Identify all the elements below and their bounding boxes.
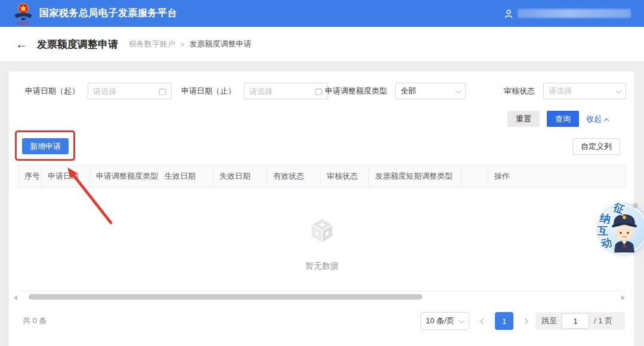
col-audit-status: 审核状态 [321,166,369,187]
next-page-button[interactable] [519,312,530,330]
empty-text: 暂无数据 [18,261,626,272]
logo-caption: 中国税务 [17,21,30,25]
scroll-left-icon[interactable] [14,295,17,300]
breadcrumb-separator: > [180,40,185,49]
tax-interaction-widget[interactable]: 征 纳 互 动 [595,202,644,260]
date-from-picker[interactable] [88,83,172,99]
page-size-value: 10 条/页 [426,316,454,326]
col-short-term-adjust-type: 发票额度短期调整类型 [369,166,462,187]
chevron-left-icon [480,318,486,324]
audit-status-select[interactable]: 请选择 [543,83,626,99]
filter-date-to: 申请日期（止） [181,83,328,99]
filter-date-from: 申请日期（起） [25,83,172,99]
col-seq: 序号 [18,166,42,187]
top-bar: 中国税务 国家税务总局电子发票服务平台 [0,0,644,27]
jump-page-input[interactable] [562,313,589,329]
filter-actions: 重置 查询 收起 [507,111,608,127]
audit-status-label: 审核状态 [504,86,535,96]
customize-columns-button[interactable]: 自定义列 [572,138,620,155]
add-application-button[interactable]: 新增申请 [22,138,69,154]
date-to-picker[interactable] [244,83,328,99]
table-bottom-border [18,291,626,291]
col-operation: 操作 [488,166,626,187]
reset-button[interactable]: 重置 [507,111,540,127]
col-expiry-date: 失效日期 [213,166,267,187]
page-header: ← 发票额度调整申请 税务数字账户 > 发票额度调整申请 [0,27,644,61]
current-page-button[interactable]: 1 [495,312,513,330]
chevron-up-icon [604,118,609,123]
breadcrumb-parent[interactable]: 税务数字账户 [129,39,175,49]
filter-adjust-type: 申请调整额度类型 全部 [325,83,466,99]
tax-emblem-logo: 中国税务 [13,2,33,25]
date-to-label: 申请日期（止） [181,86,236,96]
empty-box-icon [307,217,337,245]
scrollbar-thumb[interactable] [29,294,422,300]
chevron-down-icon [616,88,622,93]
page-jumper: 跳至 / 1 页 [535,312,625,330]
date-from-label: 申请日期（起） [25,86,79,96]
page-title: 发票额度调整申请 [37,38,118,51]
filter-audit-status: 审核状态 请选择 [504,83,626,99]
date-from-input[interactable] [93,87,159,96]
user-name-redacted [518,9,631,18]
date-to-input[interactable] [249,87,315,96]
scroll-right-icon[interactable] [621,295,625,300]
col-apply-date: 申请日期 [42,166,90,187]
chevron-down-icon [459,317,465,323]
page-size-select[interactable]: 10 条/页 [420,312,469,330]
search-button[interactable]: 查询 [547,111,579,127]
calendar-icon [315,88,323,95]
horizontal-scrollbar[interactable] [9,294,634,301]
chevron-right-icon [522,318,528,324]
adjust-type-label: 申请调整额度类型 [325,86,387,96]
back-arrow-icon[interactable]: ← [16,38,27,50]
user-area[interactable] [504,9,631,18]
app-title: 国家税务总局电子发票服务平台 [39,7,177,20]
audit-status-placeholder: 请选择 [549,86,617,96]
adjust-type-value: 全部 [401,86,456,96]
col-valid-status: 有效状态 [267,166,321,187]
prev-page-button[interactable] [478,312,488,330]
chevron-down-icon [456,88,462,93]
adjust-type-select[interactable]: 全部 [395,83,466,99]
col-blank [462,166,488,187]
total-count: 共 0 条 [23,312,47,330]
collapse-label: 收起 [586,114,602,124]
jump-label: 跳至 [541,316,557,326]
col-adjust-type: 申请调整额度类型 [90,166,159,187]
user-icon [504,9,513,18]
widget-notification-dot [633,203,638,208]
widget-char-4: 动 [600,235,612,251]
main-panel: 申请日期（起） 申请日期（止） 申请调整额度类型 全部 [9,71,634,346]
calendar-icon [159,88,166,95]
collapse-link[interactable]: 收起 [586,114,608,124]
breadcrumb-current: 发票额度调整申请 [190,39,252,49]
breadcrumb: 税务数字账户 > 发票额度调整申请 [129,39,252,49]
total-pages: / 1 页 [594,316,612,326]
col-effective-date: 生效日期 [159,166,213,187]
table-header-row: 序号 申请日期 申请调整额度类型 生效日期 失效日期 有效状态 审核状态 发票额… [18,165,626,188]
empty-state: 暂无数据 [18,217,626,272]
